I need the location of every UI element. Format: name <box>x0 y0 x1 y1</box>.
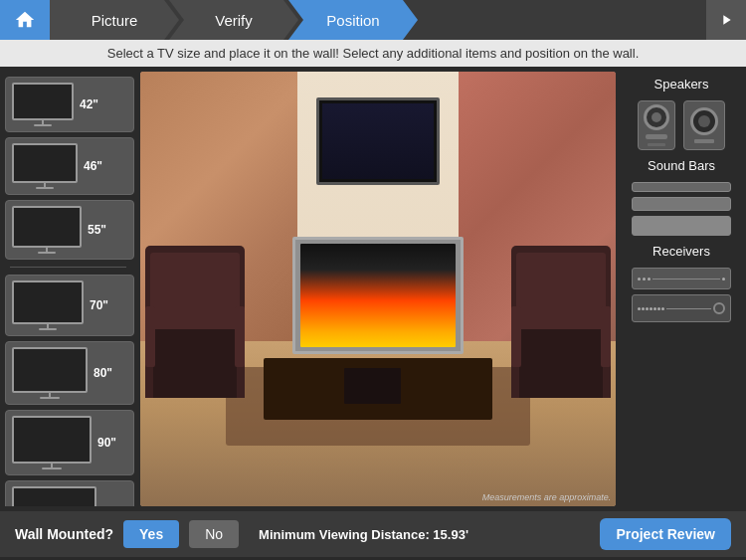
nav-steps: Picture Verify Position <box>50 0 706 40</box>
room-tv-display[interactable] <box>316 97 440 184</box>
soundbar-2[interactable] <box>632 197 731 211</box>
yes-button[interactable]: Yes <box>123 520 179 548</box>
soundbar-1[interactable] <box>632 182 731 192</box>
room-coffee-table <box>264 358 491 419</box>
no-button[interactable]: No <box>189 520 239 548</box>
next-icon <box>718 12 734 28</box>
tv-icon-46 <box>12 143 78 189</box>
room-chair-left <box>145 246 245 398</box>
tv-option-70[interactable]: 70" <box>5 275 134 336</box>
tv-icon-42 <box>12 83 74 126</box>
soundbar-3[interactable] <box>632 216 731 236</box>
tv-option-42[interactable]: 42" <box>5 77 134 132</box>
viewing-distance-label: Minimum Viewing Distance: 15.93' <box>259 527 468 542</box>
room-chair-right <box>511 246 611 398</box>
wall-mounted-label: Wall Mounted? <box>15 526 113 542</box>
tv-option-90[interactable]: 90" <box>5 410 134 475</box>
accessories-panel: Speakers <box>622 72 741 506</box>
home-button[interactable] <box>0 0 50 40</box>
room-scene-panel[interactable]: Measurements are approximate. <box>140 72 616 506</box>
receivers-section: Receivers <box>622 244 741 322</box>
tv-icon-80 <box>12 347 88 399</box>
tv-icon-103 <box>12 486 96 506</box>
tv-icon-70 <box>12 280 84 330</box>
measurement-note: Measurements are approximate. <box>482 492 612 502</box>
room-scene: Measurements are approximate. <box>140 72 616 506</box>
room-fireplace-flame <box>300 244 456 347</box>
speakers-title: Speakers <box>654 77 709 92</box>
speakers-row <box>638 100 725 150</box>
soundbars-title: Sound Bars <box>648 158 715 173</box>
tv-option-55[interactable]: 55" <box>5 200 134 260</box>
tv-option-103[interactable]: 103" <box>5 480 134 506</box>
project-review-button[interactable]: Project Review <box>600 518 731 550</box>
receiver-1[interactable] <box>632 268 731 289</box>
tv-group-separator <box>10 267 126 268</box>
speaker-2[interactable] <box>683 100 725 150</box>
room-fireplace <box>292 237 464 354</box>
bottom-bar: Wall Mounted? Yes No Minimum Viewing Dis… <box>0 511 746 557</box>
tv-option-80[interactable]: 80" <box>5 341 134 405</box>
main-content: 42" 46" 55" 70" <box>0 67 746 511</box>
home-icon <box>14 9 36 31</box>
nav-step-verify[interactable]: Verify <box>169 0 298 40</box>
nav-step-picture[interactable]: Picture <box>50 0 179 40</box>
tv-icon-90 <box>12 416 92 469</box>
speakers-section: Speakers <box>622 77 741 150</box>
tv-icon-55 <box>12 206 82 254</box>
receivers-title: Receivers <box>653 244 710 259</box>
nav-step-position[interactable]: Position <box>288 0 418 40</box>
tv-option-46[interactable]: 46" <box>5 137 134 195</box>
top-navigation: Picture Verify Position <box>0 0 746 40</box>
soundbars-section: Sound Bars <box>622 158 741 236</box>
receiver-2[interactable] <box>632 294 731 322</box>
speaker-1[interactable] <box>638 100 675 150</box>
tv-size-panel: 42" 46" 55" 70" <box>5 72 134 506</box>
next-button[interactable] <box>706 0 746 40</box>
subtitle-bar: Select a TV size and place it on the wal… <box>0 40 746 67</box>
